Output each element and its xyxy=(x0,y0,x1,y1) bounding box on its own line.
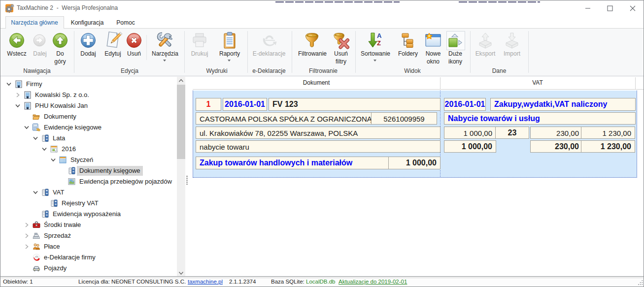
svg-text:A: A xyxy=(377,32,382,39)
svg-text:Z: Z xyxy=(377,39,381,47)
